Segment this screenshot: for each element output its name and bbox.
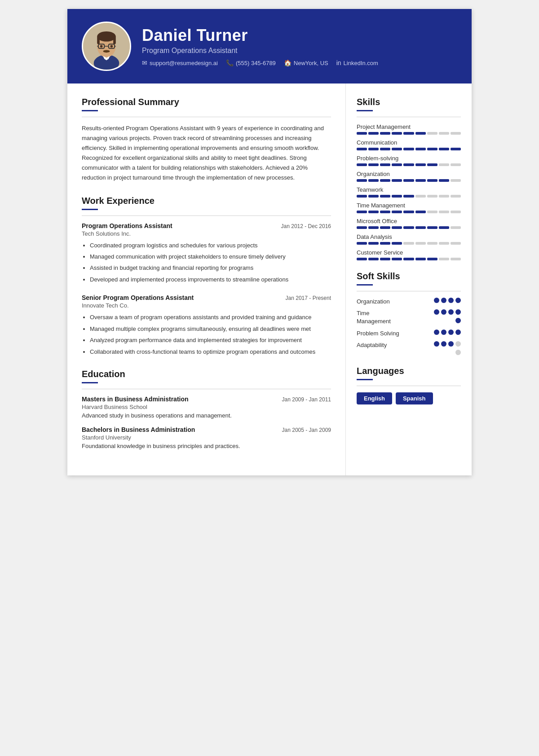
skill-segment bbox=[427, 226, 437, 229]
soft-skills-divider bbox=[357, 291, 461, 291]
languages-divider bbox=[357, 386, 461, 386]
skill-name: Communication bbox=[357, 139, 461, 146]
skill-segment bbox=[392, 179, 402, 182]
skill-segment bbox=[403, 258, 414, 260]
dot bbox=[448, 330, 454, 335]
location-icon: 🏠 bbox=[284, 59, 292, 66]
skill-segment bbox=[415, 242, 426, 245]
skill-segment bbox=[427, 195, 437, 198]
svg-point-14 bbox=[103, 50, 110, 53]
job-header: Senior Program Operations Assistant Jan … bbox=[82, 294, 331, 301]
phone-text: (555) 345-6789 bbox=[236, 60, 276, 66]
soft-skill-dots bbox=[434, 341, 461, 355]
linkedin-text: LinkedIn.com bbox=[344, 60, 378, 66]
list-item: Assisted in budget tracking and financia… bbox=[90, 263, 331, 273]
skill-segment bbox=[357, 195, 367, 198]
skill-bar bbox=[357, 226, 461, 229]
skill-segment bbox=[439, 132, 449, 135]
edu-entry: Masters in Business Administration Jan 2… bbox=[82, 396, 331, 419]
skill-segment bbox=[357, 211, 367, 213]
dot bbox=[448, 341, 454, 347]
skill-segment bbox=[439, 163, 449, 166]
languages-underline bbox=[357, 379, 373, 380]
dot bbox=[448, 298, 454, 303]
skill-segment bbox=[368, 179, 379, 182]
candidate-title: Program Operations Assistant bbox=[142, 47, 378, 55]
soft-skill-row: Organization bbox=[357, 298, 461, 306]
soft-skill-row: TimeManagement bbox=[357, 309, 461, 325]
skill-bar bbox=[357, 258, 461, 260]
job-bullets: Oversaw a team of program operations ass… bbox=[82, 312, 331, 356]
edu-header: Bachelors in Business Administration Jan… bbox=[82, 426, 331, 433]
skill-bar bbox=[357, 163, 461, 166]
skill-segment bbox=[439, 179, 449, 182]
dot bbox=[441, 309, 446, 315]
soft-skill-name: TimeManagement bbox=[357, 309, 434, 325]
skill-bar bbox=[357, 148, 461, 150]
skill-name: Organization bbox=[357, 171, 461, 177]
skill-segment bbox=[451, 258, 461, 260]
resume-header: Daniel Turner Program Operations Assista… bbox=[67, 9, 472, 84]
location-text: NewYork, US bbox=[294, 60, 328, 66]
skill-segment bbox=[380, 148, 390, 150]
svg-rect-6 bbox=[113, 36, 116, 44]
dot bbox=[448, 309, 454, 315]
skill-segment bbox=[451, 211, 461, 213]
dot bbox=[434, 298, 439, 303]
soft-skill-dots bbox=[434, 330, 461, 335]
skill-segment bbox=[392, 242, 402, 245]
languages-title: Languages bbox=[357, 366, 461, 376]
left-column: Professional Summary Results-oriented Pr… bbox=[67, 84, 346, 475]
skill-segment bbox=[368, 195, 379, 198]
skill-segment bbox=[415, 132, 426, 135]
soft-skill-dots bbox=[434, 309, 461, 323]
job-bullets: Coordinated program logistics and schedu… bbox=[82, 241, 331, 285]
skill-segment bbox=[380, 258, 390, 260]
contact-location: 🏠 NewYork, US bbox=[284, 59, 328, 66]
skill-item: Problem-solving bbox=[357, 155, 461, 166]
skill-segment bbox=[415, 148, 426, 150]
summary-section: Professional Summary Results-oriented Pr… bbox=[82, 97, 331, 183]
skill-segment bbox=[357, 163, 367, 166]
skill-segment bbox=[380, 242, 390, 245]
job-company: Innovate Tech Co. bbox=[82, 302, 331, 309]
skill-item: Time Management bbox=[357, 202, 461, 213]
job-company: Tech Solutions Inc. bbox=[82, 230, 331, 237]
contact-linkedin: in LinkedIn.com bbox=[336, 59, 378, 66]
skill-segment bbox=[368, 211, 379, 213]
skill-segment bbox=[403, 226, 414, 229]
skill-segment bbox=[415, 163, 426, 166]
list-item: Oversaw a team of program operations ass… bbox=[90, 312, 331, 322]
soft-skill-name: Adaptability bbox=[357, 341, 434, 349]
skill-segment bbox=[451, 132, 461, 135]
contact-phone: 📞 (555) 345-6789 bbox=[226, 59, 276, 66]
skill-segment bbox=[380, 132, 390, 135]
languages-section: Languages English Spanish bbox=[357, 366, 461, 404]
skill-segment bbox=[427, 258, 437, 260]
skill-segment bbox=[380, 179, 390, 182]
education-underline bbox=[82, 382, 98, 383]
skill-name: Data Analysis bbox=[357, 233, 461, 240]
skill-item: Project Management bbox=[357, 123, 461, 135]
contact-email: ✉ support@resumedesign.ai bbox=[142, 59, 218, 66]
list-item: Developed and implemented process improv… bbox=[90, 275, 331, 284]
skill-segment bbox=[380, 226, 390, 229]
edu-school: Harvard Business School bbox=[82, 404, 331, 410]
skill-segment bbox=[439, 226, 449, 229]
skill-segment bbox=[415, 179, 426, 182]
skill-segment bbox=[427, 211, 437, 213]
dot bbox=[455, 330, 461, 335]
skill-segment bbox=[368, 148, 379, 150]
skill-bar bbox=[357, 211, 461, 213]
skills-title: Skills bbox=[357, 97, 461, 107]
contact-row: ✉ support@resumedesign.ai 📞 (555) 345-67… bbox=[142, 59, 378, 66]
job-title-text: Program Operations Assistant bbox=[82, 222, 172, 229]
soft-skill-row: Adaptability bbox=[357, 341, 461, 355]
edu-date: Jan 2009 - Jan 2011 bbox=[282, 396, 331, 403]
dot bbox=[434, 330, 439, 335]
language-badge-english: English bbox=[357, 392, 392, 404]
job-date: Jan 2017 - Present bbox=[286, 295, 331, 301]
summary-title: Professional Summary bbox=[82, 97, 331, 107]
list-item: Analyzed program performance data and im… bbox=[90, 335, 331, 345]
skill-segment bbox=[439, 258, 449, 260]
